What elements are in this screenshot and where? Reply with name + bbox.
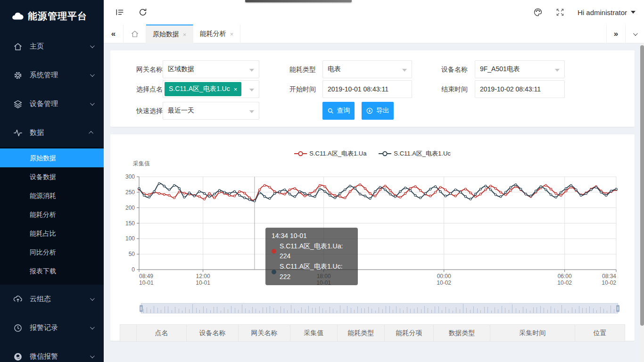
tabs-scroll-left-button[interactable]: « bbox=[104, 25, 124, 43]
sidebar-item-label: 系统管理 bbox=[30, 71, 90, 80]
search-icon bbox=[327, 107, 334, 115]
dropdown-arrow-icon bbox=[249, 69, 254, 72]
tab-close-icon[interactable]: × bbox=[230, 31, 234, 38]
tooltip-item: S.C11.A区_电表1.Uc: 222 bbox=[272, 262, 352, 282]
end-time-label: 结束时间 bbox=[429, 80, 468, 98]
submenu-item-report-download[interactable]: 报表下载 bbox=[0, 262, 104, 280]
chevron-down-icon bbox=[633, 31, 638, 36]
device-label: 设备名称 bbox=[429, 60, 468, 78]
energy-type-value: 电表 bbox=[328, 65, 341, 74]
tab-bar: « 原始数据 × 能耗分析 × » bbox=[104, 25, 644, 43]
gear-icon bbox=[13, 71, 23, 80]
sidebar-item-wechat-alarm[interactable]: 微信报警 bbox=[0, 342, 104, 362]
tag-remove-icon[interactable]: × bbox=[234, 86, 238, 93]
tab-close-icon[interactable]: × bbox=[183, 31, 187, 38]
menu-toggle-icon[interactable] bbox=[115, 8, 124, 17]
clock-icon bbox=[13, 323, 23, 333]
table-col-energy-type: 能耗类型 bbox=[338, 325, 385, 341]
svg-text:10-01: 10-01 bbox=[196, 280, 210, 286]
table-col-gateway-name: 网关名称 bbox=[239, 325, 290, 341]
pulse-icon bbox=[13, 128, 23, 138]
chevron-down-icon bbox=[90, 325, 95, 329]
end-time-value: 2019-10-02 08:43:11 bbox=[480, 85, 541, 93]
user-greeting: Hi administrator bbox=[578, 8, 627, 16]
gateway-select[interactable]: 区域数据 bbox=[163, 60, 259, 78]
tab-home[interactable] bbox=[124, 25, 146, 43]
submenu-item-energy-consumption[interactable]: 能源消耗 bbox=[0, 186, 104, 205]
table-col-collected-value: 采集值 bbox=[290, 325, 338, 341]
quick-select-value: 最近一天 bbox=[168, 107, 194, 115]
sidebar-item-data[interactable]: 数据 bbox=[0, 118, 104, 147]
vertical-scrollbar[interactable] bbox=[640, 43, 644, 362]
sidebar-item-label: 微信报警 bbox=[30, 352, 90, 361]
device-select[interactable]: 9F_A501电表 bbox=[475, 60, 565, 78]
fullscreen-icon[interactable] bbox=[555, 8, 565, 17]
top-notch-overlay bbox=[245, 0, 352, 2]
start-time-input[interactable]: 2019-10-01 08:43:11 bbox=[322, 80, 412, 98]
table-col-energy-subitem: 能耗分项 bbox=[385, 325, 434, 341]
energy-type-label: 能耗类型 bbox=[277, 60, 316, 78]
svg-text:200: 200 bbox=[125, 205, 135, 211]
submenu-item-energy-analysis[interactable]: 能耗分析 bbox=[0, 205, 104, 224]
quick-select[interactable]: 最近一天 bbox=[163, 102, 259, 120]
point-tag-label: S.C11.A区_电表1.Uc bbox=[169, 85, 230, 93]
sidebar-item-alarm-records[interactable]: 报警记录 bbox=[0, 313, 104, 342]
svg-text:100: 100 bbox=[125, 235, 135, 242]
datazoom-left-handle[interactable] bbox=[140, 305, 143, 312]
end-time-input[interactable]: 2019-10-02 08:43:11 bbox=[475, 80, 565, 98]
svg-text:12:00: 12:00 bbox=[196, 273, 210, 280]
svg-text:10-01: 10-01 bbox=[139, 280, 154, 286]
export-button[interactable]: 导出 bbox=[362, 102, 394, 120]
sidebar-item-system[interactable]: 系统管理 bbox=[0, 61, 104, 90]
user-menu[interactable]: Hi administrator bbox=[578, 8, 636, 16]
home-tab-icon bbox=[131, 30, 139, 38]
tabs-scroll-right-button[interactable]: » bbox=[606, 25, 625, 43]
submenu-item-device-data[interactable]: 设备数据 bbox=[0, 167, 104, 186]
submenu-item-yoy-analysis[interactable]: 同比分析 bbox=[0, 243, 104, 262]
header-right: Hi administrator bbox=[533, 0, 636, 25]
gateway-value: 区域数据 bbox=[168, 65, 194, 74]
svg-text:50: 50 bbox=[129, 251, 135, 257]
submenu-item-energy-ratio[interactable]: 能耗占比 bbox=[0, 224, 104, 243]
line-chart[interactable]: 05010015020025030008:4910-0112:0010-0118… bbox=[110, 134, 635, 295]
query-button[interactable]: 查询 bbox=[322, 102, 355, 120]
datazoom-right-handle[interactable] bbox=[616, 305, 619, 312]
tooltip-title: 14:34 10-01 bbox=[272, 231, 352, 241]
svg-text:08:49: 08:49 bbox=[139, 273, 153, 280]
tab-energy-analysis[interactable]: 能耗分析 × bbox=[193, 25, 240, 43]
tooltip-item: S.C11.A区_电表1.Ua: 224 bbox=[272, 241, 352, 262]
scrollbar-thumb[interactable] bbox=[640, 45, 644, 326]
series-dot-icon bbox=[272, 270, 276, 274]
refresh-icon[interactable] bbox=[138, 8, 148, 17]
svg-text:0: 0 bbox=[132, 266, 135, 273]
tabs-menu-button[interactable] bbox=[625, 25, 644, 43]
svg-text:250: 250 bbox=[125, 189, 135, 196]
svg-text:300: 300 bbox=[125, 173, 135, 180]
table-col-checkbox[interactable] bbox=[120, 325, 137, 341]
tooltip-item-text: S.C11.A区_电表1.Uc: 222 bbox=[280, 262, 352, 282]
chevron-down-icon bbox=[90, 43, 95, 48]
tab-raw-data[interactable]: 原始数据 × bbox=[146, 25, 193, 43]
chevron-down-icon bbox=[90, 354, 95, 358]
sidebar-item-cloud-config[interactable]: 云组态 bbox=[0, 285, 104, 313]
table-col-device-name: 设备名称 bbox=[187, 325, 239, 341]
selected-point-tag: S.C11.A区_电表1.Uc × bbox=[165, 82, 241, 96]
start-time-value: 2019-10-01 08:43:11 bbox=[328, 85, 388, 93]
cloud-upload-icon bbox=[13, 295, 23, 304]
sidebar-item-label: 主页 bbox=[30, 42, 90, 51]
table-col-data-type: 数据类型 bbox=[434, 325, 490, 341]
dropdown-arrow-icon bbox=[249, 110, 254, 113]
data-table-header: 点名 设备名称 网关名称 采集值 能耗类型 能耗分项 数据类型 采集时间 位置 bbox=[120, 324, 625, 342]
energy-type-select[interactable]: 电表 bbox=[322, 60, 412, 78]
point-multiselect[interactable]: S.C11.A区_电表1.Uc × bbox=[163, 80, 259, 98]
theme-palette-icon[interactable] bbox=[533, 8, 543, 17]
chart-panel: S.C11.A区_电表1.Ua S.C11.A区_电表1.Uc 采集值 0501… bbox=[110, 134, 635, 341]
app-logo: 能源管理平台 bbox=[0, 0, 104, 32]
sidebar-item-devices[interactable]: 设备管理 bbox=[0, 90, 104, 118]
sidebar-submenu: 原始数据 设备数据 能源消耗 能耗分析 能耗占比 同比分析 报表下载 bbox=[0, 147, 104, 285]
sidebar-item-home[interactable]: 主页 bbox=[0, 32, 104, 61]
start-time-label: 开始时间 bbox=[277, 80, 316, 98]
sidebar: 能源管理平台 主页 系统管理 设备管理 bbox=[0, 0, 104, 362]
submenu-item-raw-data[interactable]: 原始数据 bbox=[0, 148, 104, 167]
datazoom-slider[interactable] bbox=[141, 303, 618, 313]
